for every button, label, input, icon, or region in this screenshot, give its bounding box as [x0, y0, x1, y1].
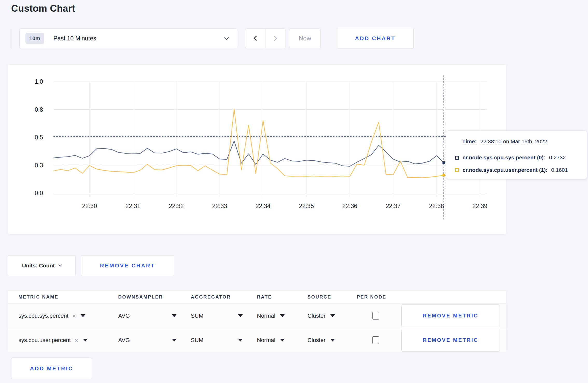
toolbar-divider — [11, 29, 11, 48]
downsampler-value: AVG — [118, 313, 130, 319]
col-header-rate: RATE — [257, 294, 307, 300]
rate-select[interactable]: Normal — [257, 337, 307, 344]
time-range-label: Past 10 Minutes — [53, 35, 96, 42]
caret-down-icon — [172, 314, 177, 317]
table-header-row: METRIC NAME DOWNSAMPLER AGGREGATOR RATE … — [8, 290, 506, 303]
svg-text:22:31: 22:31 — [125, 203, 141, 209]
caret-down-icon — [81, 314, 85, 317]
aggregator-select[interactable]: SUM — [191, 313, 257, 319]
caret-down-icon — [83, 339, 88, 342]
next-time-button[interactable] — [265, 29, 285, 48]
svg-text:22:36: 22:36 — [342, 203, 357, 209]
svg-text:22:33: 22:33 — [212, 203, 227, 209]
rate-value: Normal — [257, 313, 275, 319]
col-header-aggregator: AGGREGATOR — [191, 294, 257, 300]
col-header-metric-name: METRIC NAME — [18, 294, 118, 300]
add-metric-button[interactable]: ADD METRIC — [11, 358, 92, 379]
svg-text:1.0: 1.0 — [35, 78, 43, 85]
chart-plot[interactable]: 0.00.30.50.81.022:3022:3122:3222:3322:34… — [8, 65, 507, 235]
tooltip-series-user-label: cr.node.sys.cpu.user.percent (1): — [463, 167, 548, 173]
table-row: sys.cpu.sys.percent × AVG SUM Normal Clu… — [8, 303, 506, 328]
svg-text:22:30: 22:30 — [82, 203, 97, 209]
tooltip-series-sys-label: cr.node.sys.cpu.sys.percent (0): — [463, 154, 545, 161]
caret-down-icon — [330, 339, 335, 342]
svg-text:22:39: 22:39 — [472, 203, 487, 209]
remove-metric-button[interactable]: REMOVE METRIC — [401, 304, 500, 327]
chevron-down-icon — [58, 263, 62, 267]
rate-value: Normal — [257, 337, 275, 344]
svg-text:0.8: 0.8 — [35, 106, 43, 113]
source-value: Cluster — [307, 313, 326, 319]
caret-down-icon — [280, 314, 285, 317]
remove-selection-icon[interactable]: × — [72, 313, 76, 319]
caret-down-icon — [172, 339, 177, 342]
units-label: Units: Count — [22, 263, 55, 269]
tooltip-series-sys-value: 0.2732 — [549, 154, 566, 161]
remove-chart-button[interactable]: REMOVE CHART — [81, 255, 174, 276]
units-select[interactable]: Units: Count — [8, 255, 76, 276]
svg-text:22:38: 22:38 — [429, 203, 444, 209]
series-sys-swatch-icon — [455, 156, 459, 160]
per-node-checkbox[interactable] — [372, 336, 379, 344]
chart-tooltip: Time: 22:38:10 on Mar 15th, 2022 cr.node… — [446, 130, 587, 179]
time-range-select[interactable]: 10m Past 10 Minutes — [19, 29, 237, 48]
metric-name-value: sys.cpu.sys.percent — [18, 313, 68, 319]
page-title: Custom Chart — [11, 3, 75, 14]
col-header-per-node: PER NODE — [357, 294, 398, 300]
chevron-down-icon — [225, 36, 229, 40]
chart-card: 0.00.30.50.81.022:3022:3122:3222:3322:34… — [8, 64, 507, 235]
caret-down-icon — [330, 314, 335, 317]
svg-text:22:32: 22:32 — [169, 203, 184, 209]
add-chart-button[interactable]: ADD CHART — [337, 28, 414, 49]
prev-time-button[interactable] — [245, 29, 265, 48]
metric-name-select[interactable]: sys.cpu.user.percent × — [18, 337, 118, 344]
metric-name-select[interactable]: sys.cpu.sys.percent × — [18, 313, 118, 319]
caret-down-icon — [238, 314, 243, 317]
downsampler-select[interactable]: AVG — [118, 337, 191, 344]
source-value: Cluster — [307, 337, 326, 344]
svg-text:0.3: 0.3 — [35, 162, 43, 169]
remove-selection-icon[interactable]: × — [74, 337, 78, 344]
aggregator-value: SUM — [191, 337, 204, 344]
col-header-downsampler: DOWNSAMPLER — [118, 294, 191, 300]
metrics-table: METRIC NAME DOWNSAMPLER AGGREGATOR RATE … — [8, 290, 507, 352]
svg-text:0.5: 0.5 — [35, 134, 43, 141]
aggregator-value: SUM — [191, 313, 204, 319]
metric-name-value: sys.cpu.user.percent — [18, 337, 71, 344]
now-button[interactable]: Now — [289, 29, 321, 48]
aggregator-select[interactable]: SUM — [191, 337, 257, 344]
svg-text:22:35: 22:35 — [299, 203, 314, 209]
table-row: sys.cpu.user.percent × AVG SUM Normal Cl… — [8, 328, 506, 352]
per-node-checkbox[interactable] — [372, 312, 379, 320]
svg-text:22:37: 22:37 — [386, 203, 401, 209]
col-header-source: SOURCE — [307, 294, 357, 300]
caret-down-icon — [238, 339, 243, 342]
time-range-badge: 10m — [25, 33, 44, 44]
tooltip-series-user-value: 0.1601 — [551, 167, 568, 173]
chevron-left-icon — [254, 36, 259, 41]
downsampler-value: AVG — [118, 337, 130, 344]
caret-down-icon — [280, 339, 285, 342]
series-user-swatch-icon — [455, 168, 459, 172]
svg-text:22:34: 22:34 — [256, 203, 271, 209]
time-step-group — [245, 29, 285, 48]
source-select[interactable]: Cluster — [307, 337, 357, 344]
downsampler-select[interactable]: AVG — [118, 313, 191, 319]
remove-metric-button[interactable]: REMOVE METRIC — [401, 329, 500, 352]
tooltip-time-value: 22:38:10 on Mar 15th, 2022 — [480, 138, 547, 145]
tooltip-time-label: Time: — [462, 138, 477, 145]
source-select[interactable]: Cluster — [307, 313, 357, 319]
rate-select[interactable]: Normal — [257, 313, 307, 319]
svg-text:0.0: 0.0 — [35, 190, 43, 196]
chevron-right-icon — [272, 36, 277, 41]
